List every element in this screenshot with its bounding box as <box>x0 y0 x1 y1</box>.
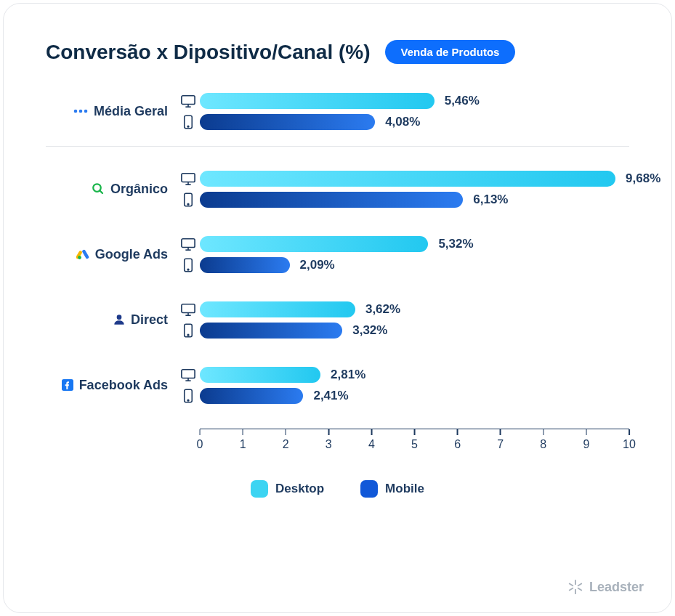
svg-point-17 <box>78 256 81 259</box>
bar-desktop <box>200 236 428 252</box>
category-row: Orgânico9,68%6,13% <box>46 167 629 211</box>
bars-column: 5,32%2,09% <box>177 232 629 276</box>
bar-value-label: 2,41% <box>303 389 348 403</box>
bar-row-desktop: 5,46% <box>177 91 629 110</box>
legend-label-desktop: Desktop <box>275 482 324 496</box>
axis-tick-label: 6 <box>454 438 461 451</box>
svg-line-39 <box>570 588 573 591</box>
svg-line-9 <box>100 190 102 193</box>
bars-column: 3,62%3,32% <box>177 298 629 341</box>
bar-mobile <box>200 192 463 208</box>
svg-point-23 <box>117 315 122 320</box>
mobile-icon <box>177 114 200 130</box>
axis-tick: 3 <box>326 429 332 451</box>
bar-mobile <box>200 388 303 404</box>
svg-rect-3 <box>182 95 195 104</box>
category-text: Direct <box>131 312 168 328</box>
bar-value-label: 5,32% <box>428 237 473 251</box>
legend: Desktop Mobile <box>46 480 629 498</box>
bar-track: 4,08% <box>200 114 629 130</box>
bars-column: 5,46%4,08% <box>177 89 629 133</box>
x-axis: 012345678910 <box>200 429 629 454</box>
desktop-icon <box>177 368 200 382</box>
bar-desktop <box>200 301 355 317</box>
bar-value-label: 5,46% <box>434 94 480 108</box>
bar-mobile <box>200 114 375 130</box>
bar-track: 3,32% <box>200 323 629 339</box>
mobile-icon <box>177 257 200 273</box>
category-row: Direct3,62%3,32% <box>46 298 629 341</box>
bar-value-label: 2,09% <box>290 258 335 272</box>
axis-tick: 8 <box>540 429 546 451</box>
category-text: Facebook Ads <box>79 378 168 393</box>
category-label: Orgânico <box>46 182 177 197</box>
axis-tick: 6 <box>454 429 461 451</box>
bar-row-desktop: 9,68% <box>177 169 629 188</box>
svg-point-7 <box>187 126 189 127</box>
bar-track: 9,68% <box>200 171 629 187</box>
svg-line-40 <box>578 583 582 585</box>
axis-tick: 0 <box>197 429 203 451</box>
bar-value-label: 4,08% <box>375 115 420 129</box>
chart-card: Conversão x Dipositivo/Canal (%) Venda d… <box>3 3 672 613</box>
desktop-icon <box>177 237 200 251</box>
category-label: Direct <box>46 312 177 328</box>
bar-value-label: 3,32% <box>342 323 387 338</box>
svg-point-28 <box>187 334 189 336</box>
bar-value-label: 2,81% <box>320 368 365 382</box>
axis-tick-label: 3 <box>326 438 332 451</box>
axis-tick-label: 10 <box>623 438 636 451</box>
bar-value-label: 6,13% <box>463 192 508 207</box>
category-label: Google Ads <box>46 247 177 262</box>
bar-row-desktop: 2,81% <box>177 365 629 384</box>
axis-tick-label: 2 <box>283 438 289 451</box>
bar-track: 6,13% <box>200 192 629 208</box>
axis-tick-label: 5 <box>411 438 418 451</box>
brand: Leadster <box>567 579 644 595</box>
category-row: Média Geral5,46%4,08% <box>46 89 629 133</box>
bar-row-desktop: 3,62% <box>177 299 629 319</box>
legend-label-mobile: Mobile <box>385 482 424 496</box>
bar-track: 2,41% <box>200 388 629 404</box>
mobile-icon <box>177 323 200 339</box>
svg-point-2 <box>84 110 88 113</box>
category-icon <box>73 108 88 114</box>
brand-icon <box>567 579 583 595</box>
bar-row-mobile: 6,13% <box>177 190 629 209</box>
chart-header: Conversão x Dipositivo/Canal (%) Venda d… <box>46 40 629 64</box>
bar-row-mobile: 2,41% <box>177 386 629 405</box>
axis-tick: 1 <box>240 429 246 451</box>
bar-row-mobile: 3,32% <box>177 320 629 340</box>
chart-title: Conversão x Dipositivo/Canal (%) <box>46 41 371 64</box>
category-label: Média Geral <box>46 104 177 119</box>
axis-tick: 7 <box>497 429 504 451</box>
svg-rect-30 <box>182 369 195 378</box>
svg-rect-16 <box>81 249 89 259</box>
category-row: Facebook Ads2,81%2,41% <box>46 363 629 407</box>
filter-pill: Venda de Produtos <box>385 40 516 64</box>
divider <box>46 146 629 147</box>
mobile-icon <box>177 388 200 404</box>
bar-row-mobile: 4,08% <box>177 112 629 131</box>
svg-rect-24 <box>182 304 195 312</box>
svg-rect-18 <box>182 238 195 247</box>
category-text: Média Geral <box>94 104 168 119</box>
category-icon <box>62 379 73 391</box>
category-icon <box>113 313 125 326</box>
desktop-icon <box>177 302 200 317</box>
axis-tick-label: 1 <box>240 438 246 451</box>
axis-tick-label: 0 <box>197 438 203 451</box>
bars-column: 2,81%2,41% <box>177 363 629 407</box>
bar-row-desktop: 5,32% <box>177 234 629 254</box>
axis-tick: 9 <box>583 429 589 451</box>
bar-desktop <box>200 93 434 109</box>
bar-track: 5,46% <box>200 93 629 109</box>
bar-mobile <box>200 323 342 339</box>
chart-area: Média Geral5,46%4,08%Orgânico9,68%6,13%G… <box>46 89 629 407</box>
bar-mobile <box>200 257 290 273</box>
svg-line-38 <box>578 588 582 591</box>
bar-desktop <box>200 367 320 383</box>
desktop-icon <box>177 94 200 108</box>
bar-value-label: 3,62% <box>355 302 400 317</box>
axis-tick: 2 <box>283 429 289 451</box>
